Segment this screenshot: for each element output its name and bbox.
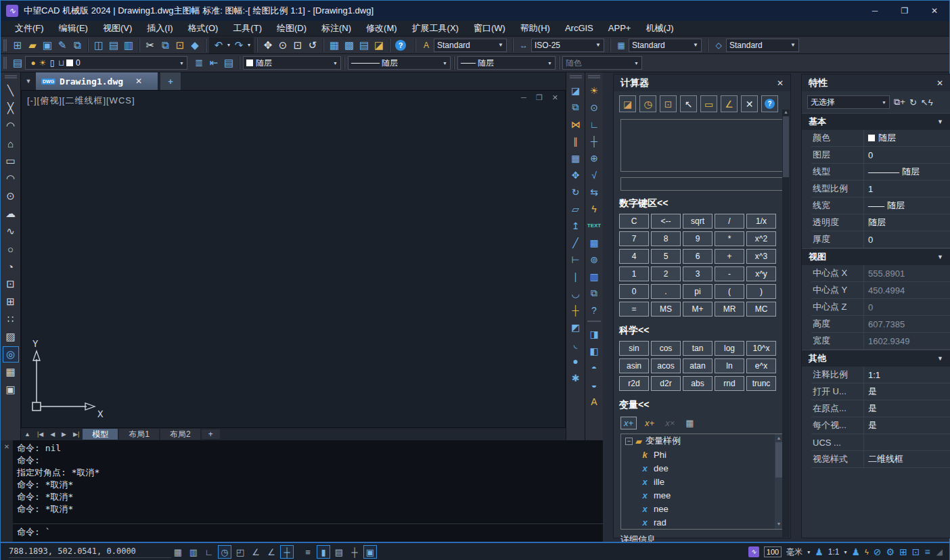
layer-lock-icon[interactable]: ⊔ bbox=[57, 55, 66, 70]
key-pi[interactable]: pi bbox=[683, 284, 712, 299]
text-style-combo[interactable]: Standard ▼ bbox=[434, 39, 507, 52]
settings-gear-icon[interactable]: ⚙ bbox=[886, 546, 895, 557]
extend-button[interactable]: ⊢ bbox=[568, 251, 583, 268]
esnap-toggle[interactable]: ┼ bbox=[280, 545, 294, 559]
arc-button[interactable]: ◠ bbox=[3, 170, 19, 187]
add-layout-button[interactable]: + bbox=[202, 429, 220, 439]
toolbar-grip[interactable] bbox=[3, 39, 7, 51]
prop-row-ucs-name[interactable]: UCS ... bbox=[811, 434, 950, 451]
chevron-down-icon[interactable]: ▼ bbox=[494, 42, 503, 48]
key-asin[interactable]: asin bbox=[619, 358, 649, 373]
make-block-button[interactable]: ⊞ bbox=[3, 294, 19, 310]
properties-close-icon[interactable]: ✕ bbox=[936, 78, 943, 88]
key-cos[interactable]: cos bbox=[651, 341, 681, 356]
toggle-pickadd-button[interactable]: ↖ϟ bbox=[921, 97, 933, 108]
key-minus[interactable]: - bbox=[715, 266, 744, 281]
hatch-button[interactable]: ▨ bbox=[3, 329, 19, 345]
menu-arcgis[interactable]: ArcGIS bbox=[558, 21, 601, 36]
key-square[interactable]: x^2 bbox=[746, 231, 776, 246]
prop-row-height[interactable]: 高度 607.7385 bbox=[811, 316, 950, 333]
command-input[interactable]: 命令: ` bbox=[13, 523, 603, 542]
key-atan[interactable]: atan bbox=[683, 358, 712, 373]
sheet-set-button[interactable]: ▤ bbox=[357, 38, 371, 53]
redo-dropdown-icon[interactable]: ▾ bbox=[248, 42, 250, 48]
offset-button[interactable]: ∥ bbox=[568, 133, 583, 149]
pickbox-settings-icon[interactable]: ⊘ bbox=[874, 546, 882, 557]
prop-row-center-z[interactable]: 中心点 Z 0 bbox=[811, 299, 950, 316]
quick-select-button[interactable]: ⧉+ bbox=[894, 97, 905, 108]
text-tool-button[interactable]: TEXT bbox=[587, 217, 602, 234]
grid-toggle[interactable]: ▦ bbox=[171, 545, 185, 559]
key-mc[interactable]: MC bbox=[746, 302, 776, 317]
chamfer-button[interactable]: ◩ bbox=[568, 319, 583, 335]
menu-window[interactable]: 窗口(W) bbox=[466, 21, 513, 36]
key-ln[interactable]: ln bbox=[715, 358, 744, 373]
key-power[interactable]: x^y bbox=[746, 266, 776, 281]
menu-express-tools[interactable]: 扩展工具(X) bbox=[405, 21, 466, 36]
annotation-scale-value[interactable]: 1:1 bbox=[828, 547, 840, 557]
zoom-window-button[interactable]: ⊡ bbox=[290, 38, 305, 53]
table-style-combo[interactable]: Standard ▼ bbox=[629, 39, 702, 52]
key-tan[interactable]: tan bbox=[683, 341, 712, 356]
layout-last-icon[interactable]: ▶| bbox=[70, 431, 83, 438]
spline-button[interactable]: ∿ bbox=[3, 223, 19, 239]
menu-app-plus[interactable]: APP+ bbox=[601, 21, 639, 36]
key-7[interactable]: 7 bbox=[619, 231, 649, 246]
toolbar-grip[interactable] bbox=[588, 75, 600, 78]
key-sqrt[interactable]: sqrt bbox=[683, 214, 712, 229]
command-history[interactable]: 命令: nil 命令: 指定对角点: *取消* 命令: *取消* 命令: *取消… bbox=[13, 440, 603, 523]
prop-row-center-x[interactable]: 中心点 X 555.8901 bbox=[811, 265, 950, 282]
calculator-titlebar[interactable]: 计算器 ✕ bbox=[614, 74, 790, 91]
new-variable-button[interactable]: x+ bbox=[620, 417, 637, 429]
color-combo[interactable]: 随层 ▼ bbox=[243, 56, 341, 70]
chevron-down-icon[interactable]: ▼ bbox=[937, 118, 943, 125]
tab-model[interactable]: 模型 bbox=[83, 429, 118, 440]
menu-dimension[interactable]: 标注(N) bbox=[314, 21, 359, 36]
undo-button[interactable]: ↶ bbox=[211, 38, 226, 53]
calc-get-point-button[interactable]: ↖ bbox=[680, 95, 697, 112]
menu-insert[interactable]: 插入(I) bbox=[139, 21, 180, 36]
match-properties-button[interactable]: ◆ bbox=[187, 38, 202, 53]
calc-history-box[interactable] bbox=[620, 119, 784, 172]
toolbar-grip[interactable] bbox=[3, 57, 7, 69]
axis-button[interactable]: ∟ bbox=[587, 116, 602, 133]
menu-draw[interactable]: 绘图(D) bbox=[269, 21, 314, 36]
scientific-section-label[interactable]: 科学<< bbox=[614, 318, 790, 340]
erase-button[interactable]: ◪ bbox=[568, 82, 583, 99]
chevron-down-icon[interactable]: ▼ bbox=[329, 61, 338, 66]
break-line-button[interactable]: ϟ bbox=[587, 200, 602, 217]
chevron-down-icon[interactable]: ▼ bbox=[689, 42, 698, 48]
layer-properties-button[interactable]: ▦ bbox=[327, 38, 342, 53]
plot-preview-button[interactable]: ◫ bbox=[91, 38, 106, 53]
menu-help[interactable]: 帮助(H) bbox=[513, 21, 558, 36]
rotate-button[interactable]: ↻ bbox=[568, 183, 583, 200]
layer-previous-button[interactable]: ⇤ bbox=[206, 55, 221, 70]
copy-button[interactable]: ⧉ bbox=[568, 99, 583, 116]
insert-block-button[interactable]: ⊡ bbox=[3, 276, 19, 292]
trim-button[interactable]: ╱ bbox=[568, 234, 583, 251]
polygon-button[interactable]: ⌂ bbox=[3, 135, 19, 151]
scale-value-box[interactable]: 100 bbox=[764, 546, 782, 557]
polar-toggle[interactable]: ◷ bbox=[218, 545, 231, 559]
chevron-down-icon[interactable]: ▼ bbox=[937, 254, 943, 260]
collapse-icon[interactable]: − bbox=[625, 438, 633, 445]
stretch-button[interactable]: ↥ bbox=[568, 217, 583, 234]
layout-prev-icon[interactable]: ◀ bbox=[47, 431, 58, 438]
key-ms[interactable]: MS bbox=[651, 302, 681, 317]
text-to-front-button[interactable]: A bbox=[587, 393, 602, 410]
region-button[interactable]: ● bbox=[568, 352, 583, 369]
key-0[interactable]: 0 bbox=[619, 284, 649, 299]
close-button[interactable]: ✕ bbox=[920, 1, 949, 21]
scale-button[interactable]: ▱ bbox=[568, 200, 583, 217]
key-5[interactable]: 5 bbox=[651, 249, 681, 264]
join-button[interactable]: ┼ bbox=[568, 302, 583, 319]
ellipse-arc-button[interactable]: ◔ bbox=[3, 258, 19, 275]
key-plus[interactable]: + bbox=[715, 249, 744, 264]
section-symbol-button[interactable]: ⇆ bbox=[587, 183, 602, 200]
revision-cloud-button[interactable]: ☁ bbox=[3, 206, 19, 222]
key-rnd[interactable]: rnd bbox=[715, 376, 744, 391]
chevron-down-icon[interactable]: ▼ bbox=[786, 42, 796, 48]
image-button[interactable]: ▣ bbox=[3, 381, 19, 398]
save-as-button[interactable]: ✎ bbox=[55, 38, 70, 53]
tree-item[interactable]: x dee bbox=[621, 461, 783, 475]
